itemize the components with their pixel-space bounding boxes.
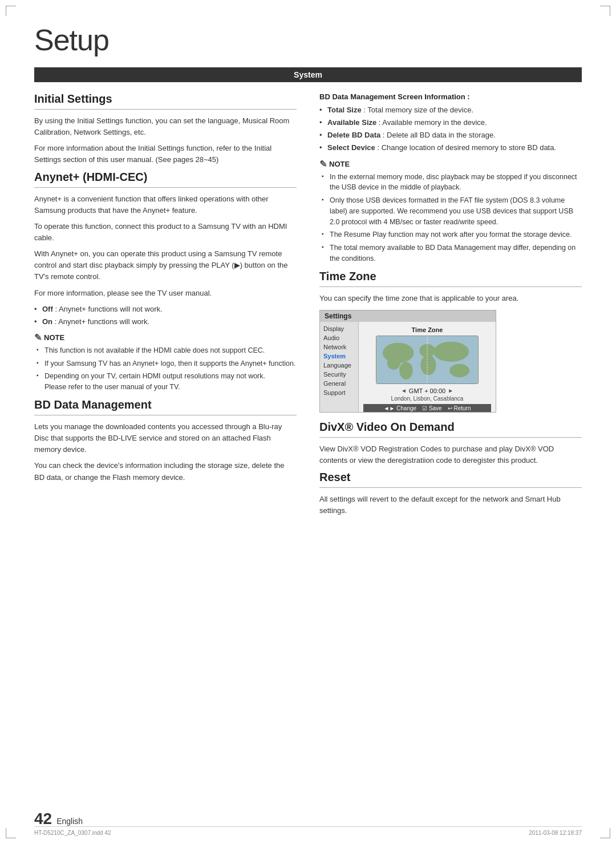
bd-info-section: BD Data Management Screen Information : …	[319, 92, 582, 264]
svg-point-7	[449, 364, 469, 377]
anynet-body3: With Anynet+ on, you can operate this pr…	[34, 248, 297, 282]
system-bar-label: System	[294, 70, 322, 79]
svg-point-5	[420, 355, 436, 375]
page-number-area: 42 English	[34, 810, 83, 828]
page-number: 42	[34, 810, 52, 828]
bd-info-heading: BD Data Management Screen Information :	[319, 92, 582, 101]
anynet-body2: To operate this function, connect this p…	[34, 221, 297, 244]
tz-menu-language: Language	[320, 361, 358, 370]
two-column-layout: Initial Settings By using the Initial Se…	[34, 92, 582, 521]
tz-menu-support: Support	[320, 388, 358, 397]
tz-menu-display: Display	[320, 324, 358, 333]
tz-gmt-value: GMT + 00:00	[409, 387, 445, 394]
system-bar: System	[34, 67, 582, 82]
tz-body: Display Audio Network System Language Se…	[320, 322, 496, 413]
svg-point-2	[387, 356, 400, 369]
anynet-bullets: Off : Anynet+ functions will not work. O…	[34, 304, 297, 328]
tz-menu-system: System	[320, 352, 358, 361]
bd-info-total-size: Total Size : Total memory size of the de…	[319, 104, 582, 116]
bd-note-header: ✎ NOTE	[319, 159, 582, 169]
initial-settings-body1: By using the Initial Settings function, …	[34, 115, 297, 138]
tz-left-arrow: ◄	[401, 387, 407, 394]
tz-right-arrow: ►	[448, 387, 453, 394]
bd-info-select-device: Select Device : Change location of desir…	[319, 142, 582, 154]
corner-mark-br	[600, 828, 610, 838]
bd-note-item-1: In the external memory mode, disc playba…	[319, 172, 582, 193]
corner-mark-tr	[600, 6, 610, 16]
tz-footer-save: ☑ Save	[422, 405, 442, 411]
bd-info-available-size: Available Size : Available memory in the…	[319, 117, 582, 128]
tz-footer-return: ↩ Return	[448, 405, 471, 411]
bd-note-item-3: The Resume Play function may not work af…	[319, 229, 582, 240]
svg-point-3	[399, 362, 412, 379]
time-zone-body: You can specify the time zone that is ap…	[319, 293, 582, 304]
bd-note-list: In the external memory mode, disc playba…	[319, 172, 582, 264]
divx-section: DivX® Video On Demand View DivX® VOD Reg…	[319, 421, 582, 466]
anynet-note-label: NOTE	[44, 333, 64, 342]
time-zone-section: Time Zone You can specify the time zone …	[319, 270, 582, 413]
anynet-note-item-3: Depending on your TV, certain HDMI outpu…	[34, 371, 297, 393]
page: Setup System Initial Settings By using t…	[0, 0, 616, 844]
bd-data-body1: Lets you manage the downloaded contents …	[34, 421, 297, 455]
divx-heading: DivX® Video On Demand	[319, 421, 582, 438]
bd-data-heading: BD Data Management	[34, 398, 297, 415]
bd-data-body2: You can check the device's information i…	[34, 460, 297, 483]
anynet-note-list: This function is not available if the HD…	[34, 345, 297, 393]
bd-note-item-4: The total memory available to BD Data Ma…	[319, 243, 582, 264]
initial-settings-section: Initial Settings By using the Initial Se…	[34, 92, 297, 166]
page-lang: English	[56, 817, 83, 826]
anynet-body1: Anynet+ is a convenient function that of…	[34, 193, 297, 216]
initial-settings-body2: For more information about the Initial S…	[34, 143, 297, 165]
corner-mark-tl	[6, 6, 16, 16]
note-icon: ✎	[34, 332, 42, 343]
reset-heading: Reset	[319, 471, 582, 488]
left-column: Initial Settings By using the Initial Se…	[34, 92, 297, 521]
footer-left: HT-D5210C_ZA_0307.indd 42	[34, 830, 111, 836]
bd-note-block: ✎ NOTE In the external memory mode, disc…	[319, 159, 582, 264]
anynet-bullet-on: On : Anynet+ functions will work.	[34, 316, 297, 328]
tz-menu-general: General	[320, 379, 358, 388]
tz-settings-label: Settings	[325, 312, 351, 320]
divx-body: View DivX® VOD Registration Codes to pur…	[319, 443, 582, 466]
footer-right: 2011-03-08 12:18:37	[529, 830, 582, 836]
page-title: Setup	[34, 23, 582, 57]
tz-menu-audio: Audio	[320, 333, 358, 342]
right-column: BD Data Management Screen Information : …	[319, 92, 582, 521]
tz-top-bar: Settings	[320, 310, 496, 322]
anynet-note-item-1: This function is not available if the HD…	[34, 345, 297, 356]
tz-timezone-label: Time Zone	[412, 326, 443, 333]
anynet-section: Anynet+ (HDMI-CEC) Anynet+ is a convenie…	[34, 171, 297, 393]
tz-menu-network: Network	[320, 342, 358, 352]
tz-gmt-row: ◄ GMT + 00:00 ►	[401, 387, 453, 394]
bd-info-bullets: Total Size : Total memory size of the de…	[319, 104, 582, 154]
bd-info-delete: Delete BD Data : Delete all BD data in t…	[319, 130, 582, 141]
reset-section: Reset All settings will revert to the de…	[319, 471, 582, 516]
anynet-heading: Anynet+ (HDMI-CEC)	[34, 171, 297, 188]
tz-footer-change: ◄► Change	[384, 405, 417, 411]
tz-content: Time Zone	[359, 322, 496, 413]
anynet-note-block: ✎ NOTE This function is not available if…	[34, 332, 297, 393]
bd-note-item-2: Only those USB devices formatted in the …	[319, 195, 582, 227]
bd-data-section: BD Data Management Lets you manage the d…	[34, 398, 297, 483]
tz-footer: ◄► Change ☑ Save ↩ Return	[363, 404, 491, 413]
anynet-body4: For more information, please see the TV …	[34, 288, 297, 299]
tz-map-svg	[376, 336, 478, 383]
tz-menu-security: Security	[320, 370, 358, 379]
bd-note-icon: ✎	[319, 159, 327, 169]
anynet-bullet-off: Off : Anynet+ functions will not work.	[34, 304, 297, 315]
svg-point-6	[433, 341, 469, 361]
time-zone-heading: Time Zone	[319, 270, 582, 287]
tz-map	[376, 336, 479, 384]
bd-note-label: NOTE	[329, 160, 350, 168]
anynet-note-item-2: If your Samsung TV has an Anynet+ logo, …	[34, 358, 297, 369]
initial-settings-heading: Initial Settings	[34, 92, 297, 110]
corner-mark-bl	[6, 828, 16, 838]
anynet-note-header: ✎ NOTE	[34, 332, 297, 343]
time-zone-image: Settings Display Audio Network System La…	[319, 310, 496, 413]
tz-city: London, Lisbon, Casablanca	[391, 395, 464, 402]
footer-bar: HT-D5210C_ZA_0307.indd 42 2011-03-08 12:…	[34, 826, 582, 836]
tz-menu: Display Audio Network System Language Se…	[320, 322, 359, 413]
reset-body: All settings will revert to the default …	[319, 494, 582, 516]
